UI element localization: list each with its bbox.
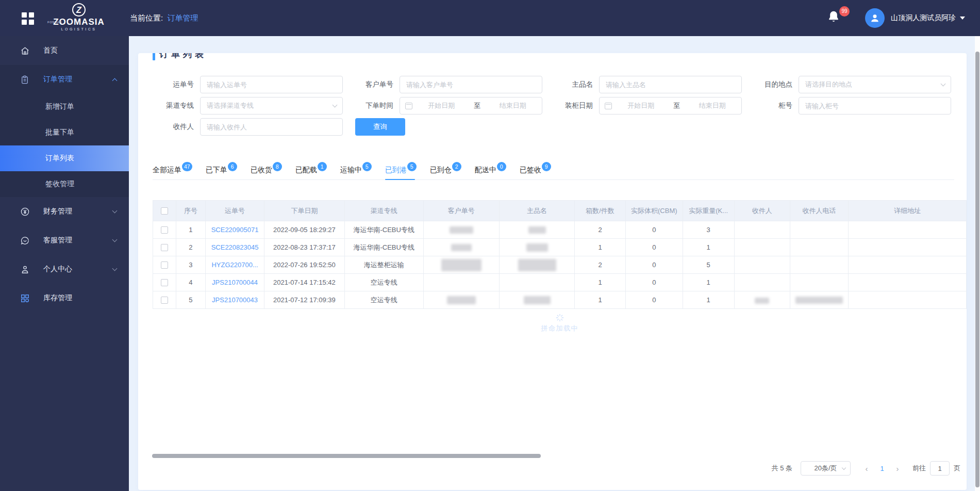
tab-all[interactable]: 全部运单47 xyxy=(153,162,192,179)
filter-input-customer-order-no[interactable] xyxy=(400,76,542,93)
filter-input-recipient[interactable] xyxy=(200,118,343,136)
tab-label: 已到仓 xyxy=(430,166,452,174)
date-start-placeholder: 开始日期 xyxy=(412,101,471,110)
filter-select-channel-line[interactable]: 请选择渠道专线 xyxy=(200,97,343,114)
table-row: 5JPS2107000432021-07-12 17:09:39空运专线101 xyxy=(153,291,967,309)
date-separator: 至 xyxy=(670,101,684,110)
status-tabs: 全部运单47已下单6已收货8已配载1运输中5已到港5已到仓2配送中0已签收9 xyxy=(153,162,954,180)
waybill-cell: SCE220905071 xyxy=(205,221,264,239)
page-title: 订单列表 xyxy=(159,53,207,60)
sidebar-item-home[interactable]: 首页 xyxy=(0,36,129,65)
phone-cell xyxy=(790,221,849,239)
filter-daterange-order-time[interactable]: 开始日期至结束日期 xyxy=(400,97,542,114)
sidebar-subitem-label: 新增订单 xyxy=(45,102,74,111)
filter-input-product-name[interactable] xyxy=(599,76,742,93)
filter-input-customer-order-no[interactable] xyxy=(400,76,542,93)
row-checkbox[interactable] xyxy=(161,244,168,251)
next-page-button[interactable]: › xyxy=(890,464,905,473)
orders-table-wrap: 序号运单号下单日期渠道专线客户单号主品名箱数/件数实际体积(CBM)实际重量(K… xyxy=(153,200,967,309)
filter-input-waybill-no[interactable] xyxy=(200,76,343,93)
calendar-icon xyxy=(405,103,412,109)
waybill-link[interactable]: JPS210700043 xyxy=(212,296,258,304)
sidebar-item-finance-management[interactable]: 财务管理 xyxy=(0,197,129,226)
horizontal-scrollbar-thumb[interactable] xyxy=(152,454,541,458)
sidebar-item-label: 客服管理 xyxy=(43,236,72,245)
row-select-cell xyxy=(153,291,176,309)
row-checkbox[interactable] xyxy=(161,226,168,234)
tab-loaded[interactable]: 已配载1 xyxy=(295,162,327,179)
sidebar-item-order-management[interactable]: 订单管理 xyxy=(0,65,129,94)
filter-input-product-name[interactable] xyxy=(600,76,741,93)
table-row: 1SCE2209050712022-09-05 18:29:27海运华南-CEB… xyxy=(153,221,967,239)
filter-label-order-time: 下单时间 xyxy=(352,101,393,110)
redacted-text xyxy=(441,259,481,271)
tab-ordered[interactable]: 已下单6 xyxy=(206,162,237,179)
sidebar-subitem-sign-management[interactable]: 签收管理 xyxy=(0,171,129,197)
select-placeholder: 请选择渠道专线 xyxy=(207,101,254,110)
filter-daterange-container-date[interactable]: 开始日期至结束日期 xyxy=(599,97,742,114)
chevron-down-icon xyxy=(112,208,118,214)
waybill-link[interactable]: SCE220905071 xyxy=(211,226,259,234)
sidebar-item-support-management[interactable]: 客服管理 xyxy=(0,226,129,255)
filter-group-container-no: 柜号 xyxy=(751,97,954,114)
sidebar-subitem-order-list[interactable]: 订单列表 xyxy=(0,145,129,171)
sidebar-item-label: 订单管理 xyxy=(43,75,72,84)
tab-label: 配送中 xyxy=(475,166,496,174)
sidebar-item-label: 个人中心 xyxy=(43,265,72,274)
table-row: 4JPS2107000442021-07-14 17:15:42空运专线101 xyxy=(153,274,967,291)
product-cell xyxy=(499,221,574,239)
address-cell xyxy=(849,239,967,256)
filter-input-container-no[interactable] xyxy=(799,97,951,114)
tab-in-transit[interactable]: 运输中5 xyxy=(340,162,372,179)
filter-form: 运单号客户单号主品名目的地点请选择目的地点渠道专线请选择渠道专线下单时间开始日期… xyxy=(153,76,954,139)
page-size-select[interactable]: 20条/页 xyxy=(801,461,851,476)
column-header: 收件人电话 xyxy=(790,201,849,221)
filter-input-container-no[interactable] xyxy=(799,97,951,114)
brand-sub: LOGISTICS xyxy=(45,27,112,31)
select-placeholder: 请选择目的地点 xyxy=(805,80,852,89)
sidebar-item-inventory-management[interactable]: 库存管理 xyxy=(0,284,129,313)
sidebar-subitem-batch-order[interactable]: 批量下单 xyxy=(0,120,129,145)
breadcrumb-current[interactable]: 订单管理 xyxy=(167,13,198,23)
user-menu[interactable]: 山顶洞人测试员阿珍 xyxy=(865,7,965,29)
tab-received[interactable]: 已收货8 xyxy=(251,162,282,179)
tab-arrived-warehouse[interactable]: 已到仓2 xyxy=(430,162,461,179)
chevron-down-icon xyxy=(960,17,965,20)
title-accent-bar xyxy=(153,53,155,60)
sidebar-item-personal-center[interactable]: 个人中心 xyxy=(0,255,129,284)
search-button[interactable]: 查询 xyxy=(355,118,405,136)
prev-page-button[interactable]: ‹ xyxy=(859,464,874,473)
sidebar-subitem-new-order[interactable]: 新增订单 xyxy=(0,94,129,120)
address-cell xyxy=(849,274,967,291)
waybill-cell: SCE220823045 xyxy=(205,239,264,256)
filter-label-recipient: 收件人 xyxy=(153,122,194,132)
select-all-checkbox[interactable] xyxy=(161,207,168,215)
order-date-cell: 2021-07-12 17:09:39 xyxy=(264,291,344,309)
bell-icon xyxy=(827,9,840,24)
waybill-link[interactable]: JPS210700044 xyxy=(212,279,258,286)
tab-signed[interactable]: 已签收9 xyxy=(520,162,551,179)
goto-page-input[interactable] xyxy=(930,461,950,476)
tab-delivering[interactable]: 配送中0 xyxy=(475,162,506,179)
row-checkbox[interactable] xyxy=(161,297,168,304)
notification-bell[interactable]: 99 xyxy=(827,9,845,28)
page-number-1[interactable]: 1 xyxy=(874,465,890,472)
chevron-down-icon xyxy=(112,266,118,271)
top-header: Z FOSHAN ZOOMASIA LOGISTICS 当前位置: 订单管理 9… xyxy=(0,0,980,36)
vertical-scrollbar-thumb[interactable] xyxy=(975,52,979,487)
breadcrumb-label: 当前位置: xyxy=(130,13,163,23)
apps-grid-icon[interactable] xyxy=(22,12,34,25)
volume-cell: 0 xyxy=(625,274,683,291)
chevron-down-icon xyxy=(842,466,846,470)
row-checkbox[interactable] xyxy=(161,279,168,286)
row-checkbox[interactable] xyxy=(161,261,168,269)
waybill-link[interactable]: HYZG220700... xyxy=(211,261,258,269)
filter-select-destination[interactable]: 请选择目的地点 xyxy=(799,76,951,93)
filter-input-waybill-no[interactable] xyxy=(201,76,342,93)
volume-cell: 0 xyxy=(625,291,683,309)
tab-arrived-port[interactable]: 已到港5 xyxy=(385,162,417,179)
tab-label: 已签收 xyxy=(520,166,541,174)
boxes-cell: 2 xyxy=(575,221,626,239)
filter-input-recipient[interactable] xyxy=(201,119,342,135)
waybill-link[interactable]: SCE220823045 xyxy=(211,243,259,251)
